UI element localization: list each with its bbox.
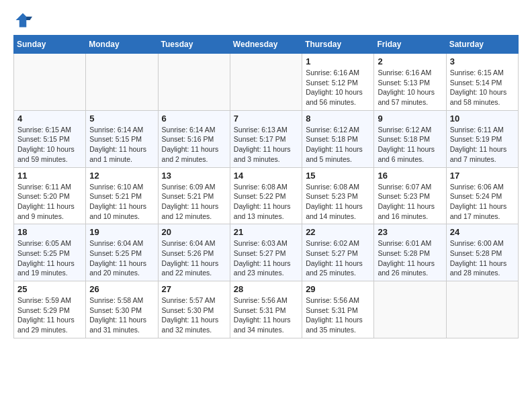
svg-marker-1 [26,17,32,20]
calendar-cell: 3Sunrise: 6:15 AM Sunset: 5:14 PM Daylig… [446,54,518,111]
day-info: Sunrise: 6:03 AM Sunset: 5:27 PM Dayligh… [234,238,298,278]
day-info: Sunrise: 6:11 AM Sunset: 5:20 PM Dayligh… [17,182,82,222]
day-info: Sunrise: 6:06 AM Sunset: 5:24 PM Dayligh… [450,182,515,222]
column-header-monday: Monday [86,36,158,54]
calendar-cell: 5Sunrise: 6:14 AM Sunset: 5:15 PM Daylig… [86,110,158,167]
day-number: 13 [162,171,226,181]
calendar-cell: 13Sunrise: 6:09 AM Sunset: 5:21 PM Dayli… [158,167,230,224]
day-info: Sunrise: 6:04 AM Sunset: 5:25 PM Dayligh… [89,238,154,278]
day-info: Sunrise: 5:59 AM Sunset: 5:29 PM Dayligh… [17,295,82,335]
calendar-cell: 20Sunrise: 6:04 AM Sunset: 5:26 PM Dayli… [158,224,230,281]
day-info: Sunrise: 6:15 AM Sunset: 5:15 PM Dayligh… [17,125,82,165]
day-number: 24 [450,227,515,237]
calendar-week-2: 4Sunrise: 6:15 AM Sunset: 5:15 PM Daylig… [14,110,519,167]
day-info: Sunrise: 6:16 AM Sunset: 5:13 PM Dayligh… [378,68,442,107]
column-header-friday: Friday [374,36,446,54]
day-number: 28 [234,284,298,294]
header [13,11,519,30]
day-info: Sunrise: 6:15 AM Sunset: 5:14 PM Dayligh… [450,68,515,107]
day-number: 17 [450,171,515,181]
day-info: Sunrise: 6:04 AM Sunset: 5:26 PM Dayligh… [162,238,226,278]
day-number: 5 [89,113,154,124]
column-header-tuesday: Tuesday [158,36,230,54]
calendar-cell: 2Sunrise: 6:16 AM Sunset: 5:13 PM Daylig… [374,54,446,111]
day-info: Sunrise: 6:14 AM Sunset: 5:16 PM Dayligh… [162,125,226,165]
day-info: Sunrise: 6:01 AM Sunset: 5:28 PM Dayligh… [378,238,442,278]
calendar-cell [158,54,230,111]
calendar-cell: 10Sunrise: 6:11 AM Sunset: 5:19 PM Dayli… [446,110,518,167]
day-number: 9 [378,113,442,124]
calendar-cell: 19Sunrise: 6:04 AM Sunset: 5:25 PM Dayli… [86,224,158,281]
day-number: 18 [17,227,82,237]
calendar-cell [374,281,446,338]
day-number: 22 [306,227,370,237]
calendar-cell: 9Sunrise: 6:12 AM Sunset: 5:18 PM Daylig… [374,110,446,167]
day-info: Sunrise: 5:56 AM Sunset: 5:31 PM Dayligh… [234,295,298,335]
calendar-week-1: 1Sunrise: 6:16 AM Sunset: 5:12 PM Daylig… [14,54,519,111]
calendar-cell: 8Sunrise: 6:12 AM Sunset: 5:18 PM Daylig… [302,110,374,167]
day-info: Sunrise: 5:56 AM Sunset: 5:31 PM Dayligh… [306,295,370,335]
day-number: 20 [162,227,226,237]
day-info: Sunrise: 6:08 AM Sunset: 5:22 PM Dayligh… [234,182,298,222]
calendar-cell: 15Sunrise: 6:08 AM Sunset: 5:23 PM Dayli… [302,167,374,224]
calendar-cell [446,281,518,338]
calendar-cell: 23Sunrise: 6:01 AM Sunset: 5:28 PM Dayli… [374,224,446,281]
day-number: 19 [89,227,154,237]
column-header-sunday: Sunday [14,36,86,54]
day-info: Sunrise: 6:05 AM Sunset: 5:25 PM Dayligh… [17,238,82,278]
day-info: Sunrise: 6:16 AM Sunset: 5:12 PM Dayligh… [306,68,370,107]
calendar-cell [230,54,302,111]
calendar-cell: 21Sunrise: 6:03 AM Sunset: 5:27 PM Dayli… [230,224,302,281]
calendar-cell: 24Sunrise: 6:00 AM Sunset: 5:28 PM Dayli… [446,224,518,281]
calendar-cell: 4Sunrise: 6:15 AM Sunset: 5:15 PM Daylig… [14,110,86,167]
calendar-cell: 11Sunrise: 6:11 AM Sunset: 5:20 PM Dayli… [14,167,86,224]
day-info: Sunrise: 6:00 AM Sunset: 5:28 PM Dayligh… [450,238,515,278]
day-number: 23 [378,227,442,237]
calendar-header-row: SundayMondayTuesdayWednesdayThursdayFrid… [14,36,519,54]
calendar-cell: 14Sunrise: 6:08 AM Sunset: 5:22 PM Dayli… [230,167,302,224]
day-number: 2 [378,56,442,66]
calendar-cell: 17Sunrise: 6:06 AM Sunset: 5:24 PM Dayli… [446,167,518,224]
logo [13,11,35,30]
day-number: 14 [234,171,298,181]
calendar-cell: 1Sunrise: 6:16 AM Sunset: 5:12 PM Daylig… [302,54,374,111]
calendar-cell: 28Sunrise: 5:56 AM Sunset: 5:31 PM Dayli… [230,281,302,338]
day-number: 4 [17,113,82,124]
calendar-table: SundayMondayTuesdayWednesdayThursdayFrid… [13,35,519,338]
day-info: Sunrise: 6:09 AM Sunset: 5:21 PM Dayligh… [162,182,226,222]
day-number: 16 [378,171,442,181]
calendar-cell: 29Sunrise: 5:56 AM Sunset: 5:31 PM Dayli… [302,281,374,338]
day-number: 15 [306,171,370,181]
day-number: 1 [306,56,370,66]
calendar-cell: 22Sunrise: 6:02 AM Sunset: 5:27 PM Dayli… [302,224,374,281]
day-info: Sunrise: 6:08 AM Sunset: 5:23 PM Dayligh… [306,182,370,222]
logo-icon [13,11,32,30]
day-number: 25 [17,284,82,294]
day-info: Sunrise: 6:11 AM Sunset: 5:19 PM Dayligh… [450,125,515,165]
day-number: 6 [162,113,226,124]
day-info: Sunrise: 5:57 AM Sunset: 5:30 PM Dayligh… [162,295,226,335]
day-info: Sunrise: 6:13 AM Sunset: 5:17 PM Dayligh… [234,125,298,165]
day-info: Sunrise: 6:12 AM Sunset: 5:18 PM Dayligh… [378,125,442,165]
day-number: 7 [234,113,298,124]
calendar-cell [86,54,158,111]
calendar-week-4: 18Sunrise: 6:05 AM Sunset: 5:25 PM Dayli… [14,224,519,281]
calendar-cell: 12Sunrise: 6:10 AM Sunset: 5:21 PM Dayli… [86,167,158,224]
calendar-week-3: 11Sunrise: 6:11 AM Sunset: 5:20 PM Dayli… [14,167,519,224]
calendar-cell: 27Sunrise: 5:57 AM Sunset: 5:30 PM Dayli… [158,281,230,338]
day-number: 29 [306,284,370,294]
calendar-cell [14,54,86,111]
day-number: 27 [162,284,226,294]
day-number: 8 [306,113,370,124]
calendar-cell: 26Sunrise: 5:58 AM Sunset: 5:30 PM Dayli… [86,281,158,338]
calendar-cell: 6Sunrise: 6:14 AM Sunset: 5:16 PM Daylig… [158,110,230,167]
day-number: 10 [450,113,515,124]
day-info: Sunrise: 5:58 AM Sunset: 5:30 PM Dayligh… [89,295,154,335]
calendar-week-5: 25Sunrise: 5:59 AM Sunset: 5:29 PM Dayli… [14,281,519,338]
column-header-thursday: Thursday [302,36,374,54]
day-number: 11 [17,171,82,181]
day-number: 3 [450,56,515,66]
calendar-cell: 7Sunrise: 6:13 AM Sunset: 5:17 PM Daylig… [230,110,302,167]
column-header-wednesday: Wednesday [230,36,302,54]
day-info: Sunrise: 6:12 AM Sunset: 5:18 PM Dayligh… [306,125,370,165]
